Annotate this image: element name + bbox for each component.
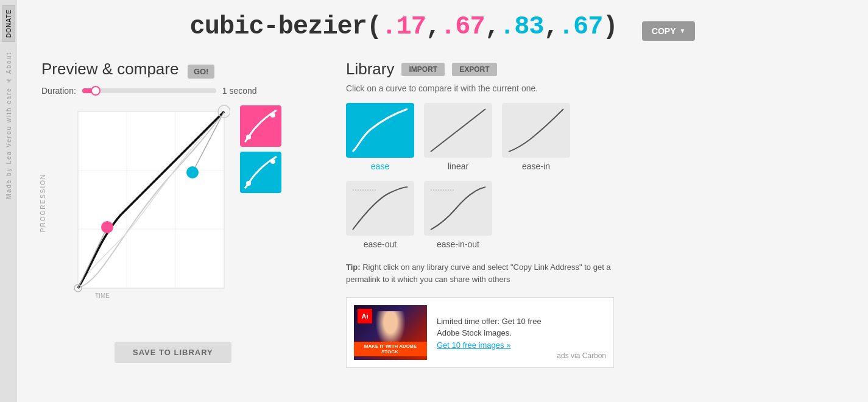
svg-point-10 xyxy=(246,181,251,186)
library-item-ease-in[interactable]: ease-in xyxy=(502,103,570,171)
curve-svg[interactable]: TIME xyxy=(41,105,230,300)
library-thumb-linear xyxy=(424,103,492,158)
library-thumb-ease xyxy=(346,103,414,158)
ease-in-out-label: ease-in-out xyxy=(437,239,479,249)
ease-out-curve-svg xyxy=(350,184,411,233)
donate-button[interactable]: DONATE xyxy=(2,5,15,42)
left-panel: Preview & compare GO! Duration: 1 second… xyxy=(41,60,322,368)
param-4: .67 xyxy=(559,12,603,41)
right-panel: Library IMPORT EXPORT Click on a curve t… xyxy=(346,60,844,368)
y-axis-label: PROGRESSION xyxy=(40,174,46,232)
library-description: Click on a curve to compare it with the … xyxy=(346,83,844,93)
library-item-ease-in-out[interactable]: ease-in-out xyxy=(424,181,492,249)
ad-cta-link[interactable]: Get 10 free images » xyxy=(437,340,510,350)
control-point-2 xyxy=(186,166,199,178)
control-point-1 xyxy=(101,221,113,233)
export-button[interactable]: EXPORT xyxy=(452,63,496,76)
svg-point-11 xyxy=(270,159,275,164)
content-area: Preview & compare GO! Duration: 1 second… xyxy=(41,60,844,368)
linear-curve-svg xyxy=(428,106,489,155)
ease-in-label: ease-in xyxy=(522,161,550,171)
ad-via-text: ads via Carbon xyxy=(557,351,606,360)
thumb-pink-svg xyxy=(240,105,281,147)
ad-banner-text: MAKE IT WITH ADOBE STOCK. xyxy=(354,342,427,356)
duration-value: 1 second xyxy=(222,86,257,96)
go-button[interactable]: GO! xyxy=(188,65,215,79)
comma-2: , xyxy=(485,12,499,41)
library-thumb-ease-in-out xyxy=(424,181,492,236)
curve-editor[interactable]: PROGRESSION xyxy=(41,105,230,300)
library-header: Library IMPORT EXPORT xyxy=(346,60,844,79)
library-item-ease-out[interactable]: ease-out xyxy=(346,181,414,249)
header: cubic-bezier(.17,.67,.83,.67) COPY ▼ xyxy=(41,12,844,41)
duration-row: Duration: 1 second xyxy=(41,86,322,96)
preview-thumbs xyxy=(240,105,281,193)
svg-rect-0 xyxy=(78,111,224,288)
save-to-library-button[interactable]: SAVE TO LIBRARY xyxy=(115,342,231,363)
ad-image-inner: Ai MAKE IT WITH ADOBE STOCK. xyxy=(354,305,427,356)
bezier-formula: cubic-bezier(.17,.67,.83,.67) xyxy=(190,12,632,41)
ease-label: ease xyxy=(371,161,389,171)
main-content: cubic-bezier(.17,.67,.83,.67) COPY ▼ Pre… xyxy=(17,0,868,402)
tip-strong: Tip: xyxy=(346,263,361,272)
ease-curve-svg xyxy=(350,106,411,155)
duration-handle[interactable] xyxy=(91,86,101,96)
library-item-ease[interactable]: ease xyxy=(346,103,414,171)
ease-out-label: ease-out xyxy=(364,239,397,249)
library-thumb-ease-out xyxy=(346,181,414,236)
import-button[interactable]: IMPORT xyxy=(401,63,445,76)
preview-title: Preview & compare xyxy=(41,60,178,78)
copy-button[interactable]: COPY ▼ xyxy=(642,21,696,41)
library-thumb-ease-in xyxy=(502,103,570,158)
chevron-down-icon: ▼ xyxy=(680,27,686,34)
ad-content: Limited time offer: Get 10 free Adobe St… xyxy=(437,316,547,350)
curve-area: PROGRESSION xyxy=(41,105,322,300)
param-3: .83 xyxy=(499,12,544,41)
duration-slider[interactable] xyxy=(82,88,216,93)
ad-text: Limited time offer: Get 10 free Adobe St… xyxy=(437,317,542,338)
library-grid-row1: ease linear xyxy=(346,103,844,171)
ad-image: Ai MAKE IT WITH ADOBE STOCK. xyxy=(354,305,427,360)
sidebar: DONATE Made by Lea Verou with care ✳ Abo… xyxy=(0,0,17,402)
svg-text:TIME: TIME xyxy=(95,292,110,299)
tip-content: Right click on any library curve and sel… xyxy=(346,263,611,284)
linear-label: linear xyxy=(448,161,468,171)
param-1: .17 xyxy=(381,12,426,41)
ease-in-curve-svg xyxy=(506,106,566,155)
sidebar-tagline: Made by Lea Verou with care ✳ About xyxy=(5,52,12,199)
ease-in-out-curve-svg xyxy=(428,184,489,233)
preview-thumb-pink xyxy=(240,105,281,147)
duration-label: Duration: xyxy=(41,86,76,96)
svg-point-8 xyxy=(246,135,251,139)
adobe-logo: Ai xyxy=(358,309,372,323)
param-2: .67 xyxy=(440,12,485,41)
formula-prefix: cubic-bezier( xyxy=(190,12,382,41)
comma-3: , xyxy=(544,12,559,41)
library-item-linear[interactable]: linear xyxy=(424,103,492,171)
library-grid-row2: ease-out ease-in-out xyxy=(346,181,844,249)
formula-suffix: ) xyxy=(602,12,617,41)
library-title: Library xyxy=(346,60,394,79)
ad-section: Ai MAKE IT WITH ADOBE STOCK. Limited tim… xyxy=(346,297,614,368)
comma-1: , xyxy=(426,12,440,41)
svg-line-12 xyxy=(431,109,485,152)
preview-thumb-cyan xyxy=(240,152,281,193)
svg-point-9 xyxy=(270,113,275,118)
thumb-cyan-svg xyxy=(240,152,281,193)
copy-label: COPY xyxy=(652,26,676,36)
tip-text: Tip: Right click on any library curve an… xyxy=(346,261,614,285)
